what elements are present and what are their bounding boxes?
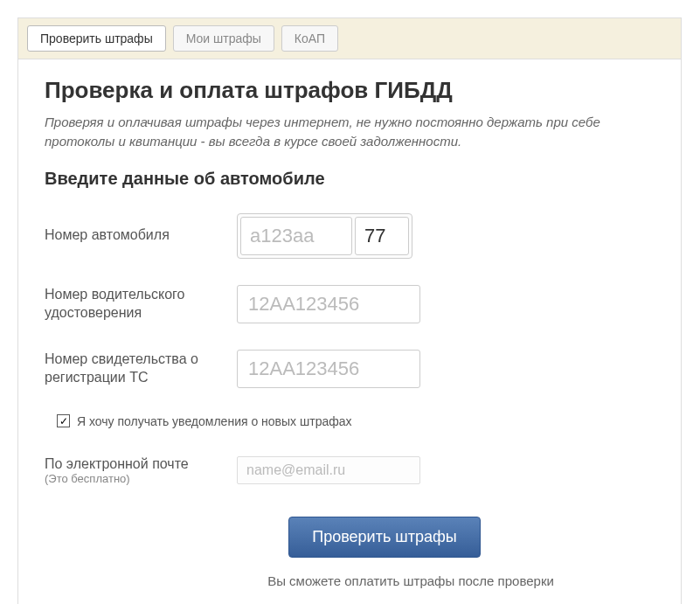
tab-koap[interactable]: КоАП <box>281 25 338 52</box>
main-panel: Проверить штрафы Мои штрафы КоАП Проверк… <box>17 17 682 604</box>
row-car-number: Номер автомобиля <box>45 213 655 259</box>
content-area: Проверка и оплата штрафов ГИБДД Проверяя… <box>18 59 681 604</box>
tab-check-fines[interactable]: Проверить штрафы <box>27 25 166 52</box>
row-email: По электронной почте (Это бесплатно) <box>45 456 655 485</box>
email-input[interactable] <box>237 456 420 484</box>
car-region-input[interactable] <box>355 217 409 255</box>
label-email: По электронной почте <box>45 456 237 472</box>
check-fines-button[interactable]: Проверить штрафы <box>288 517 480 558</box>
page-title: Проверка и оплата штрафов ГИБДД <box>45 77 655 104</box>
tabs-bar: Проверить штрафы Мои штрафы КоАП <box>18 18 681 59</box>
page-subtitle: Проверяя и оплачивая штрафы через интерн… <box>45 113 655 151</box>
row-license: Номер водительского удостоверения <box>45 285 655 323</box>
row-registration: Номер свидетельства о регистрации ТС <box>45 350 655 388</box>
plate-input-group <box>237 213 412 259</box>
footer-note: Вы сможете оплатить штрафы после проверк… <box>167 573 655 588</box>
registration-input[interactable] <box>237 350 420 388</box>
car-number-input[interactable] <box>240 217 352 255</box>
tab-my-fines[interactable]: Мои штрафы <box>173 25 274 52</box>
label-car-number: Номер автомобиля <box>45 226 237 245</box>
label-license: Номер водительского удостоверения <box>45 286 237 323</box>
notify-checkbox-label: Я хочу получать уведомления о новых штра… <box>77 414 352 428</box>
license-input[interactable] <box>237 285 420 323</box>
sublabel-email: (Это бесплатно) <box>45 472 237 485</box>
notify-checkbox[interactable]: ✓ <box>57 414 70 427</box>
row-notify-checkbox: ✓ Я хочу получать уведомления о новых шт… <box>57 414 655 428</box>
label-registration: Номер свидетельства о регистрации ТС <box>45 351 237 387</box>
section-heading: Введите данные об автомобиле <box>45 169 655 189</box>
